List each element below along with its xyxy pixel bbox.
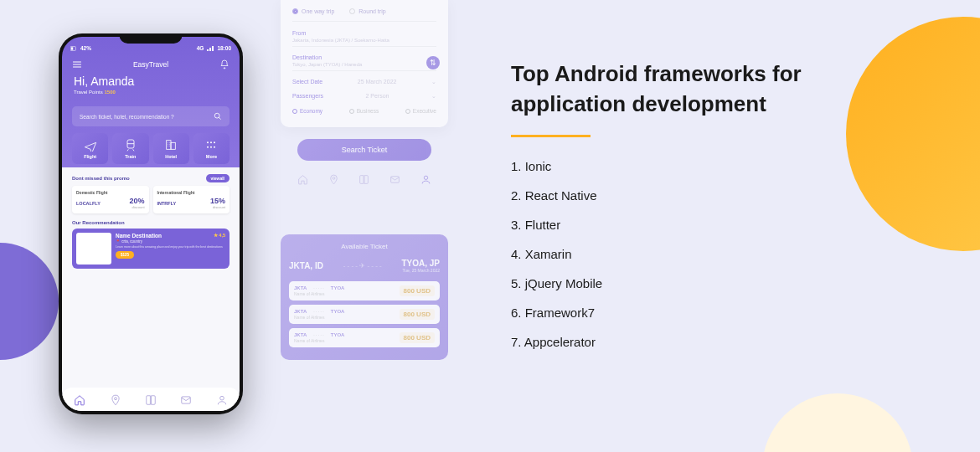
menu-icon[interactable] <box>72 59 82 69</box>
ticket-item[interactable]: JKTA· · · · ·TYOA Name of Airlines 800 U… <box>289 328 440 347</box>
search-input[interactable]: Search ticket, hotel, recommendation ? <box>72 106 230 126</box>
mail-icon[interactable] <box>180 394 192 406</box>
field-label: Select Date <box>292 79 322 85</box>
location-icon[interactable] <box>328 174 339 185</box>
radio-one-way[interactable]: One way trip <box>292 8 334 14</box>
class-economy[interactable]: Economy <box>292 108 322 114</box>
ticket-to: TYOA <box>331 309 345 314</box>
destination-field[interactable]: Destination Tokyo, Japan (TYOA) / Haneda… <box>292 54 436 71</box>
list-item: 1. Ionic <box>511 159 913 173</box>
svg-point-7 <box>210 141 212 143</box>
svg-point-11 <box>214 146 215 148</box>
promo-code: LOCALFLY <box>76 201 101 206</box>
radio-dot-icon <box>349 109 354 114</box>
svg-rect-4 <box>167 141 171 150</box>
field-value: Tokyo, Japan (TYOA) / Haneda <box>292 62 436 71</box>
ticket-to: TYOA <box>331 332 345 337</box>
svg-point-6 <box>207 141 209 143</box>
booking-panel: One way trip Round trip From Jakarta, In… <box>281 0 448 195</box>
ticket-from: JKTA <box>294 285 307 290</box>
from-field[interactable]: From Jakarta, Indonesia (JKTA) / Soekarn… <box>292 30 436 47</box>
category-hotel[interactable]: Hotel <box>153 133 189 164</box>
passengers-field[interactable]: Passengers2 Person⌄ <box>292 93 436 100</box>
battery-icon <box>70 46 77 51</box>
ticket-price: 800 USD <box>400 332 435 343</box>
radio-label: One way trip <box>302 8 334 14</box>
ticket-airline: Name of Airlines <box>294 338 400 343</box>
svg-point-8 <box>214 141 215 143</box>
available-title: Available Ticket <box>289 243 440 250</box>
status-left: 42% <box>70 45 91 51</box>
class-executive[interactable]: Executive <box>405 108 436 114</box>
category-label: Flight <box>75 154 106 159</box>
profile-icon[interactable] <box>420 174 431 185</box>
route-sub: Tue, 25 March 2022 <box>401 268 440 273</box>
promo-card-domestic[interactable]: Domestic Flight LOCALFLY 20% discount <box>72 186 149 213</box>
category-label: Train <box>115 154 146 159</box>
category-label: Hotel <box>156 154 187 159</box>
class-label: Business <box>357 108 379 114</box>
available-tickets-panel: Available Ticket JKTA, ID - - - - ✈ - - … <box>281 234 448 360</box>
plane-icon <box>84 138 97 152</box>
route-row: JKTA, ID - - - - ✈ - - - - TYOA, JP Tue,… <box>289 259 440 273</box>
hotel-icon <box>164 138 178 152</box>
profile-icon[interactable] <box>216 394 228 406</box>
book-icon[interactable] <box>358 174 369 185</box>
category-flight[interactable]: Flight <box>72 133 108 164</box>
svg-point-14 <box>219 396 224 400</box>
radio-label: Round trip <box>358 8 385 14</box>
promo-discount: 20% <box>129 197 144 205</box>
category-train[interactable]: Train <box>112 133 148 164</box>
route-code: JKTA, ID <box>289 261 323 270</box>
greeting-text: Hi, Amanda <box>74 74 228 88</box>
promo-sub: discount <box>129 205 144 209</box>
viewall-button[interactable]: viewall <box>206 174 230 182</box>
bell-icon[interactable] <box>219 59 230 69</box>
promo-row: Domestic Flight LOCALFLY 20% discount In… <box>62 184 240 218</box>
route-from: JKTA, ID <box>289 261 323 270</box>
radio-dot-icon <box>292 109 297 114</box>
list-item: 6. Framework7 <box>511 306 913 320</box>
book-icon[interactable] <box>145 394 157 406</box>
field-label: From <box>292 30 436 36</box>
recommendation-location: 📍 crta, country <box>116 239 225 244</box>
promo-card-international[interactable]: International Flight INTRFLY 15% discoun… <box>153 186 230 213</box>
list-item: 4. Xamarin <box>511 247 913 261</box>
swap-button[interactable]: ⇅ <box>426 56 440 69</box>
radio-dot-icon <box>292 8 298 14</box>
booking-form-card: One way trip Round trip From Jakarta, In… <box>281 0 448 127</box>
clock-label: 18:00 <box>217 45 231 51</box>
promo-code: INTRFLY <box>157 201 177 206</box>
decorative-circle-purple <box>0 243 59 360</box>
search-ticket-button[interactable]: Search Ticket <box>297 139 431 161</box>
svg-point-10 <box>210 146 212 148</box>
points-value: 1500 <box>104 90 115 95</box>
field-value: 25 March 2022 <box>358 79 397 85</box>
mail-icon[interactable] <box>389 174 400 185</box>
list-item: 3. Flutter <box>511 218 913 232</box>
class-business[interactable]: Business <box>349 108 379 114</box>
ticket-airline: Name of Airlines <box>294 291 400 296</box>
radio-round-trip[interactable]: Round trip <box>349 8 385 14</box>
svg-point-17 <box>424 176 427 179</box>
recommendation-image <box>76 233 111 265</box>
ticket-item[interactable]: JKTA· · · · ·TYOA Name of Airlines 800 U… <box>289 281 440 300</box>
category-more[interactable]: More <box>193 133 230 164</box>
recommendation-card[interactable]: Name Destination ★ 4,5 📍 crta, country L… <box>72 229 230 269</box>
phone-screen: 42% 4G 18:00 EasyTravel Hi, Amanda Trave… <box>62 37 240 411</box>
list-item: 7. Appcelerator <box>511 335 913 349</box>
svg-rect-16 <box>391 177 400 183</box>
route-arrow-icon: - - - - ✈ - - - - <box>323 262 401 270</box>
svg-rect-5 <box>171 142 175 149</box>
date-field[interactable]: Select Date25 March 2022⌄ <box>292 79 436 85</box>
location-icon[interactable] <box>110 394 121 406</box>
ticket-from: JKTA <box>294 309 307 314</box>
home-icon[interactable] <box>297 174 308 185</box>
signal-icon <box>207 46 214 51</box>
ticket-item[interactable]: JKTA· · · · ·TYOA Name of Airlines 800 U… <box>289 305 440 324</box>
frameworks-list: 1. Ionic 2. React Native 3. Flutter 4. X… <box>511 159 913 349</box>
article-heading: Top Android frameworks for application d… <box>511 59 913 120</box>
points-row: Travel Points 1500 <box>74 90 228 95</box>
home-icon[interactable] <box>74 394 85 406</box>
ticket-airline: Name of Airlines <box>294 315 400 320</box>
